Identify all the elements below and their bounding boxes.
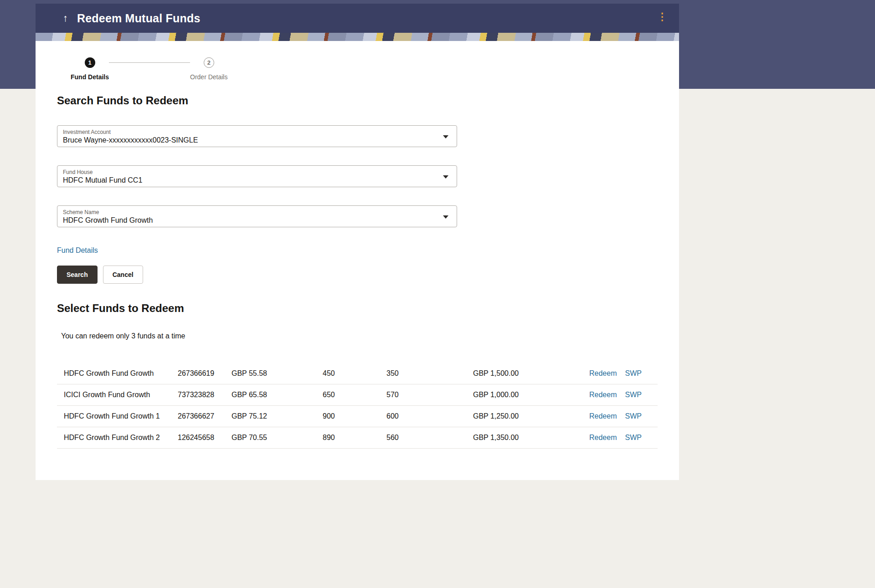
fund-name: HDFC Growth Fund Growth 1 (64, 412, 178, 420)
folio-number: 737323828 (178, 391, 232, 399)
fund-amount: GBP 1,500.00 (473, 369, 578, 378)
swp-link[interactable]: SWP (625, 412, 641, 420)
fund-amount: GBP 1,350.00 (473, 434, 578, 442)
nav-value: GBP 65.58 (232, 391, 323, 399)
scheme-name-value: HDFC Growth Fund Growth (63, 216, 438, 225)
button-row: Search Cancel (57, 266, 658, 284)
scheme-name-label: Scheme Name (63, 209, 438, 215)
folio-number: 267366627 (178, 412, 232, 420)
app-header: ↑ Redeem Mutual Funds ⋮ (36, 4, 679, 33)
kebab-menu-icon[interactable]: ⋮ (657, 12, 667, 22)
units-held: 900 (323, 412, 386, 420)
fund-house-label: Fund House (63, 169, 438, 175)
units-held: 650 (323, 391, 386, 399)
fund-house-value: HDFC Mutual Fund CC1 (63, 176, 438, 184)
folio-number: 126245658 (178, 434, 232, 442)
page-title: Redeem Mutual Funds (77, 12, 201, 25)
redeem-mutual-funds-card: ↑ Redeem Mutual Funds ⋮ 1 Fund Details 2… (36, 4, 679, 480)
step-1-label: Fund Details (71, 73, 109, 81)
fund-details-link[interactable]: Fund Details (57, 246, 98, 255)
swp-link[interactable]: SWP (625, 369, 641, 378)
fund-row: HDFC Growth Fund Growth 2 126245658 GBP … (57, 427, 658, 449)
page: ↑ Redeem Mutual Funds ⋮ 1 Fund Details 2… (0, 0, 875, 588)
fund-house-select[interactable]: Fund House HDFC Mutual Fund CC1 (57, 165, 457, 187)
row-actions: Redeem SWP (578, 391, 658, 399)
select-funds-heading: Select Funds to Redeem (57, 302, 658, 315)
units-held: 890 (323, 434, 386, 442)
step-2-label: Order Details (190, 73, 227, 81)
folio-number: 267366619 (178, 369, 232, 378)
fund-name: HDFC Growth Fund Growth (64, 369, 178, 378)
back-arrow-icon[interactable]: ↑ (63, 12, 68, 24)
chevron-down-icon (443, 215, 448, 219)
fund-row: ICICI Growth Fund Growth 737323828 GBP 6… (57, 384, 658, 406)
chevron-down-icon (443, 175, 448, 179)
units-held: 450 (323, 369, 386, 378)
step-order-details[interactable]: 2 Order Details (190, 57, 227, 81)
step-2-circle: 2 (204, 57, 214, 68)
fund-amount: GBP 1,250.00 (473, 412, 578, 420)
redeem-link[interactable]: Redeem (589, 369, 617, 378)
chevron-down-icon (443, 135, 448, 138)
fund-name: HDFC Growth Fund Growth 2 (64, 434, 178, 442)
investment-account-label: Investment Account (63, 129, 438, 135)
fund-name: ICICI Growth Fund Growth (64, 391, 178, 399)
step-1-circle: 1 (85, 57, 95, 68)
investment-account-select[interactable]: Investment Account Bruce Wayne-xxxxxxxxx… (57, 125, 457, 147)
redeemable-units: 600 (386, 412, 473, 420)
step-fund-details[interactable]: 1 Fund Details (71, 57, 109, 81)
main-content: 1 Fund Details 2 Order Details Search Fu… (36, 41, 679, 480)
banner-image (36, 33, 679, 41)
fund-row: HDFC Growth Fund Growth 1 267366627 GBP … (57, 406, 658, 427)
redeem-limit-note: You can redeem only 3 funds at a time (61, 332, 658, 340)
redeemable-units: 350 (386, 369, 473, 378)
cancel-button[interactable]: Cancel (103, 266, 143, 284)
search-button[interactable]: Search (57, 266, 98, 284)
nav-value: GBP 75.12 (232, 412, 323, 420)
redeem-link[interactable]: Redeem (589, 391, 617, 399)
redeemable-units: 570 (386, 391, 473, 399)
investment-account-value: Bruce Wayne-xxxxxxxxxxxx0023-SINGLE (63, 136, 438, 144)
stepper: 1 Fund Details 2 Order Details (71, 57, 658, 81)
stepper-connector (109, 62, 190, 63)
scheme-name-select[interactable]: Scheme Name HDFC Growth Fund Growth (57, 205, 457, 227)
nav-value: GBP 55.58 (232, 369, 323, 378)
nav-value: GBP 70.55 (232, 434, 323, 442)
fund-row: HDFC Growth Fund Growth 267366619 GBP 55… (57, 363, 658, 384)
swp-link[interactable]: SWP (625, 391, 641, 399)
row-actions: Redeem SWP (578, 369, 658, 378)
redeem-link[interactable]: Redeem (589, 434, 617, 442)
redeem-link[interactable]: Redeem (589, 412, 617, 420)
funds-table: HDFC Growth Fund Growth 267366619 GBP 55… (57, 363, 658, 449)
redeemable-units: 560 (386, 434, 473, 442)
fund-amount: GBP 1,000.00 (473, 391, 578, 399)
swp-link[interactable]: SWP (625, 434, 641, 442)
search-funds-heading: Search Funds to Redeem (57, 94, 658, 107)
row-actions: Redeem SWP (578, 434, 658, 442)
row-actions: Redeem SWP (578, 412, 658, 420)
